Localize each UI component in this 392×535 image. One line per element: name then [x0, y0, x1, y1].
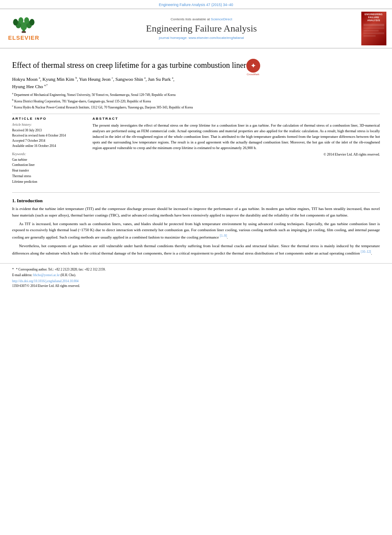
page: Engineering Failure Analysis 47 (2015) 3…	[0, 0, 392, 535]
left-column: ARTICLE INFO Article history: Received 3…	[12, 117, 86, 185]
affil-a: a Department of Mechanical Engineering, …	[12, 92, 380, 98]
elsevier-logo-area: ELSEVIER	[4, 12, 43, 45]
svg-point-4	[13, 19, 18, 25]
keyword-4: Thermal stress	[12, 174, 86, 179]
citation-text: Engineering Failure Analysis 47 (2015) 3…	[159, 3, 233, 7]
title-area: Effect of thermal stress on creep lifeti…	[12, 57, 380, 76]
keyword-5: Lifetime prediction	[12, 179, 86, 185]
history-label: Article history:	[12, 123, 86, 127]
doi-link[interactable]: http://dx.doi.org/10.1016/j.engfailanal.…	[12, 279, 380, 283]
star-icon: *	[12, 268, 14, 271]
journal-title: Engineering Failure Analysis	[146, 23, 257, 34]
sup-a1: a	[39, 76, 40, 80]
sup-c1: c	[112, 76, 113, 80]
paragraph-1: It is evident that the turbine inlet tem…	[12, 206, 380, 218]
abstract-label: ABSTRACT	[92, 117, 380, 121]
sciencedirect-label: Contents lists available at	[171, 17, 210, 21]
cover-decoration	[363, 23, 385, 39]
journal-header: ELSEVIER Contents lists available at Sci…	[0, 9, 392, 48]
section-1-heading: 1. Introduction	[12, 198, 380, 203]
affil-sup-a: a	[12, 92, 13, 95]
sup-b1: b	[75, 76, 77, 80]
svg-rect-9	[363, 24, 384, 26]
accepted-date: Accepted 7 October 2014	[12, 138, 86, 143]
divider-2	[12, 192, 380, 193]
svg-rect-11	[363, 30, 379, 32]
article-info-label: ARTICLE INFO	[12, 117, 86, 121]
issn-text: 1350-6307/© 2014 Elsevier Ltd. All right…	[12, 284, 380, 288]
received-revised-date: Received in revised form 4 October 2014	[12, 133, 86, 138]
svg-rect-10	[363, 27, 384, 29]
homepage-text: journal homepage:	[159, 36, 189, 40]
crossmark-label: CrossMark	[246, 73, 260, 76]
top-citation: Engineering Failure Analysis 47 (2015) 3…	[0, 0, 392, 9]
elsevier-brand-text: ELSEVIER	[8, 35, 39, 41]
journal-cover: ENGINEERINGFAILUREANALYSIS	[360, 12, 388, 45]
available-date: Available online 16 October 2014	[12, 143, 86, 149]
article-info-abstract: ARTICLE INFO Article history: Received 3…	[12, 117, 380, 185]
email-label: E-mail address:	[12, 273, 32, 277]
ref-10-12[interactable]: [10–12]	[361, 250, 371, 254]
svg-point-5	[29, 19, 34, 25]
body-content: 1. Introduction It is evident that the t…	[0, 198, 392, 256]
right-column: ABSTRACT The present study investigates …	[92, 117, 380, 185]
affil-sup-b: b	[12, 99, 13, 101]
keywords-section: Keywords: Gas turbine Combustion liner H…	[12, 152, 86, 185]
sup-a2: a	[144, 76, 146, 80]
paragraph-2: As TIT is increased, hot components such…	[12, 221, 380, 240]
footer-area: * * Corresponding author. Tel.: +82 2 21…	[0, 263, 392, 290]
svg-rect-12	[363, 32, 384, 34]
corresponding-text: * Corresponding author. Tel.: +82 2 2123…	[16, 268, 106, 271]
paragraph-3: Nevertheless, hot components of gas turb…	[12, 243, 380, 256]
svg-point-7	[24, 17, 29, 23]
keyword-3: Heat transfer	[12, 168, 86, 174]
affil-sup-c: c	[12, 105, 13, 107]
email-link[interactable]: hhcho@yonsei.ac.kr	[33, 273, 60, 277]
ref-1-9[interactable]: [1–9]	[220, 234, 227, 238]
crossmark-icon: ✦	[246, 59, 260, 73]
elsevier-tree-icon	[9, 16, 39, 34]
crossmark: ✦ CrossMark	[246, 59, 260, 76]
cover-title: ENGINEERINGFAILUREANALYSIS	[365, 13, 383, 22]
corresponding-author-note: * * Corresponding author. Tel.: +82 2 21…	[12, 267, 380, 273]
sup-a3: a	[172, 76, 173, 80]
authors-line: Hokyu Moon a, Kyung Min Kim b, Yun Heung…	[12, 76, 380, 90]
affiliations: a Department of Mechanical Engineering, …	[12, 92, 380, 110]
divider-1	[12, 114, 380, 114]
affil-c: c Korea Hydro & Nuclear Power-Central Re…	[12, 104, 380, 110]
keyword-2: Combustion liner	[12, 162, 86, 168]
svg-rect-8	[22, 31, 26, 33]
keyword-1: Gas turbine	[12, 157, 86, 163]
main-content: Effect of thermal stress on creep lifeti…	[0, 48, 392, 189]
journal-homepage: journal homepage: www.elsevier.com/locat…	[159, 36, 244, 40]
homepage-url[interactable]: www.elsevier.com/locate/engfailanal	[188, 36, 244, 40]
received-date: Received 30 July 2013	[12, 128, 86, 133]
keywords-label: Keywords:	[12, 152, 86, 156]
sciencedirect-line: Contents lists available at ScienceDirec…	[171, 17, 232, 21]
sup-a4: a,*	[44, 83, 48, 87]
article-title: Effect of thermal stress on creep lifeti…	[12, 61, 246, 70]
svg-point-6	[19, 17, 23, 23]
email-line: E-mail address: hhcho@yonsei.ac.kr (H.H.…	[12, 273, 380, 278]
sciencedirect-link[interactable]: ScienceDirect	[211, 17, 232, 21]
elsevier-logo: ELSEVIER	[8, 16, 39, 41]
cover-image: ENGINEERINGFAILUREANALYSIS	[361, 12, 386, 45]
journal-center: Contents lists available at ScienceDirec…	[47, 12, 356, 45]
email-person: (H.H. Cho).	[61, 273, 76, 277]
affil-b: b Korea District Heating Corporation, 78…	[12, 98, 380, 104]
abstract-text: The present study investigates the effec…	[92, 123, 380, 151]
svg-rect-13	[363, 35, 376, 37]
copyright-line: © 2014 Elsevier Ltd. All rights reserved…	[92, 153, 380, 156]
